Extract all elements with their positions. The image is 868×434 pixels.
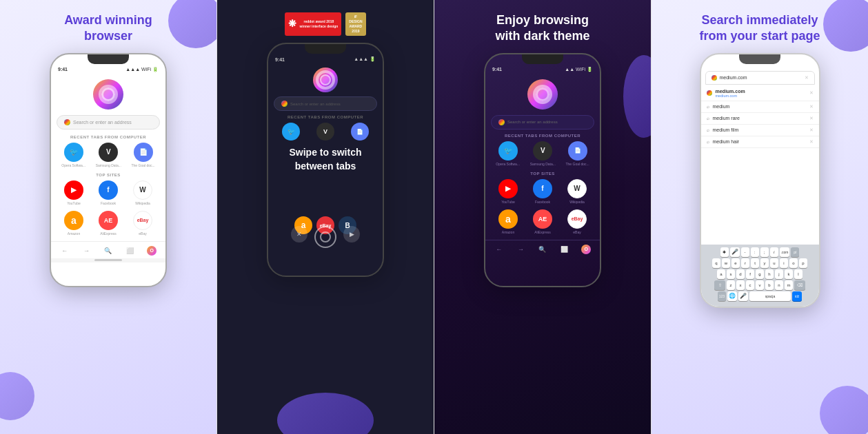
nav-opera-3[interactable]: O (581, 245, 591, 254)
nav-tabs-1[interactable]: ⬜ (125, 246, 135, 256)
suggestion-2[interactable]: ⌕ medium rare ✕ (701, 113, 819, 125)
kb-k[interactable]: k (785, 269, 793, 279)
kb-u[interactable]: u (770, 258, 778, 268)
suggestion-list: medium.com medium.com ✕ ⌕ medium ✕ ⌕ med… (701, 86, 819, 148)
corner-blob-br-p4 (820, 386, 868, 434)
doc-dark: 📄 (351, 123, 369, 141)
suggestion-1[interactable]: ⌕ medium ✕ (701, 101, 819, 113)
kb-m[interactable]: m (785, 280, 793, 290)
kb-f[interactable]: f (746, 269, 754, 279)
suggestion-0[interactable]: medium.com medium.com ✕ (701, 86, 819, 101)
nav-search-1[interactable]: 🔍 (103, 246, 113, 256)
kb-b[interactable]: b (765, 280, 774, 290)
search-clear-p4[interactable]: ✕ (805, 75, 809, 81)
kb-v[interactable]: v (756, 280, 764, 290)
kb-n[interactable]: n (775, 280, 783, 290)
search-bar-3[interactable]: Search or enter an address (491, 115, 594, 130)
kb-z[interactable]: z (727, 280, 735, 290)
nav-forward-3[interactable]: → (516, 245, 525, 254)
kb-i[interactable]: i (770, 247, 778, 257)
kb-y[interactable]: y (760, 258, 769, 268)
recent-tabs-purple: 🐦 Opera Softwa... V Samsung Data... 📄 Th… (491, 141, 594, 166)
kb-q[interactable]: q (712, 258, 720, 268)
suggestion-4[interactable]: ⌕ medium hair ✕ (701, 136, 819, 148)
swipe-circle[interactable] (314, 226, 336, 248)
kb-d[interactable]: d (736, 269, 745, 279)
kb-c[interactable]: c (746, 280, 754, 290)
kb-h[interactable]: h (765, 269, 774, 279)
phone-notch-3 (522, 54, 563, 64)
swipe-btn-x[interactable]: ✕ (291, 226, 307, 242)
kb-row-4: 123 🌐 🎤 spacja idź (703, 291, 818, 301)
kb-delete[interactable]: ⌫ (794, 280, 805, 290)
twitter-p3: 🐦 (498, 141, 518, 161)
kb-shift[interactable]: ⇧ (714, 280, 725, 290)
kb-return[interactable]: idź (792, 291, 802, 301)
kb-row-2: a s d f g h j k l (703, 269, 818, 279)
suggestion-search-icon-4: ⌕ (707, 139, 709, 144)
kb-s[interactable]: s (727, 269, 735, 279)
suggestion-close-3[interactable]: ✕ (809, 127, 814, 133)
keyboard-container: ✱ 🎤 - : ; i .com pl q w e r t y u i o p (701, 245, 819, 307)
suggestion-close-4[interactable]: ✕ (809, 139, 814, 145)
nav-back-1[interactable]: ← (60, 246, 70, 256)
suggestion-3[interactable]: ⌕ medium film ✕ (701, 125, 819, 136)
swipe-btn-play[interactable]: ▶ (343, 226, 360, 242)
kb-w[interactable]: w (722, 258, 730, 268)
kb-dot-slash[interactable]: : (751, 247, 759, 257)
search-value-p4: medium.com (720, 75, 802, 80)
nav-opera-1[interactable]: O (147, 246, 157, 256)
kb-globe-key[interactable]: 🌐 (727, 291, 737, 301)
app-vv-p3: V Samsung Data... (530, 141, 556, 166)
nav-forward-1[interactable]: → (81, 246, 91, 256)
kb-space[interactable]: spacja (749, 291, 791, 301)
kb-l[interactable]: l (794, 269, 803, 279)
app-doc-p3: 📄 The Goal doc... (565, 141, 589, 166)
phone-mockup-2: 9:41 ▲▲▲ 🔋 Search or enter an address RE… (267, 43, 384, 277)
kb-comma[interactable]: ; (760, 247, 769, 257)
vv-dark: V (316, 123, 334, 141)
aliexpress-icon: AE (99, 211, 118, 230)
panel-swipe: ❋ reddot award 2018 winner interface des… (217, 0, 434, 434)
suggestion-close-0[interactable]: ✕ (809, 90, 814, 96)
decoration-blob-tr-p4 (823, 0, 868, 52)
nav-search-3[interactable]: 🔍 (538, 245, 547, 254)
time-1: 9:41 (58, 67, 68, 72)
search-bar-1[interactable]: Search or enter an address (57, 115, 160, 130)
awards-container: ❋ reddot award 2018 winner interface des… (285, 12, 365, 36)
panel-search: Search immediately from your start page … (652, 0, 868, 434)
kb-o[interactable]: o (789, 258, 798, 268)
suggestion-close-2[interactable]: ✕ (809, 116, 814, 121)
kb-slash[interactable]: - (741, 247, 749, 257)
nav-back-3[interactable]: ← (494, 245, 504, 254)
opera-logo-1 (93, 79, 123, 110)
kb-j[interactable]: j (775, 269, 783, 279)
kb-a[interactable]: a (717, 269, 725, 279)
suggestion-search-icon-1: ⌕ (707, 104, 709, 109)
search-bar-p4[interactable]: medium.com ✕ (705, 71, 815, 85)
doc-icon: 📄 (134, 143, 153, 162)
kb-123[interactable]: 123 (718, 291, 726, 301)
search-placeholder-1: Search or enter an address (73, 120, 132, 125)
panel-dark-theme: Enjoy browsing with dark theme 9:41 ▲▲ W… (434, 0, 651, 434)
kb-row-1: q w e r t y u i o p (703, 258, 818, 268)
signal-1: ▲▲▲ WiFi 🔋 (125, 67, 159, 72)
kb-p[interactable]: p (799, 258, 807, 268)
kb-x[interactable]: x (736, 280, 745, 290)
app-twitter-p3: 🐦 Opera Softwa... (496, 141, 520, 166)
kb-asterisk[interactable]: ✱ (720, 247, 729, 257)
google-icon-p4 (711, 75, 717, 81)
kb-t[interactable]: t (751, 258, 759, 268)
phone-content-3: Search or enter an address RECENT TABS F… (485, 115, 600, 234)
kb-e[interactable]: e (731, 258, 740, 268)
kb-mic-key-2[interactable]: 🎤 (738, 291, 748, 301)
search-bar-2[interactable]: Search or enter an address (274, 96, 377, 111)
kb-i2[interactable]: i (780, 258, 788, 268)
kb-r[interactable]: r (741, 258, 749, 268)
kb-com[interactable]: .com (780, 247, 790, 257)
kb-g[interactable]: g (756, 269, 764, 279)
kb-pl[interactable]: pl (791, 247, 799, 257)
nav-tabs-3[interactable]: ⬜ (560, 245, 569, 254)
kb-mic-key[interactable]: 🎤 (730, 247, 740, 257)
suggestion-close-1[interactable]: ✕ (809, 104, 814, 110)
